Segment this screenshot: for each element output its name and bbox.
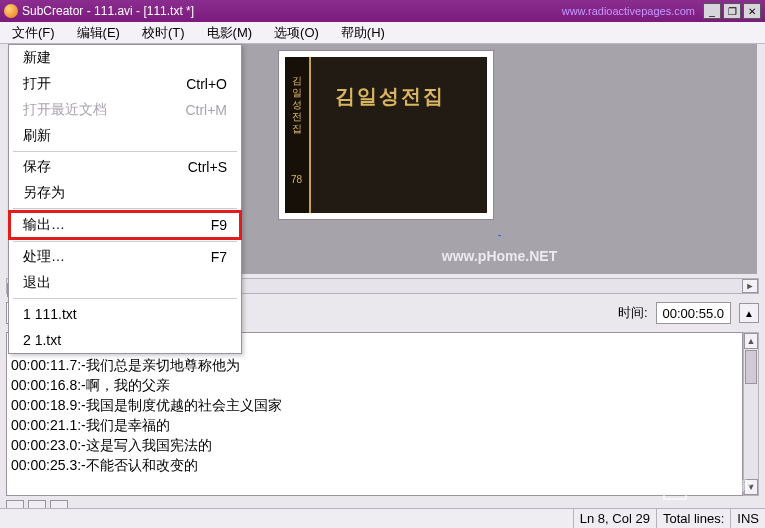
status-ins: INS <box>730 509 765 528</box>
video-content-book: 김일성전집 78 김일성전집 <box>285 57 487 213</box>
menu-timing[interactable]: 校时(T) <box>136 22 191 44</box>
menu-movie[interactable]: 电影(M) <box>201 22 259 44</box>
subtitle-vscrollbar[interactable]: ▲ ▼ <box>743 332 759 496</box>
book-spine-text: 김일성전집 <box>289 69 303 129</box>
close-button[interactable]: ✕ <box>743 3 761 19</box>
subtitle-line[interactable]: 00:00:21.1:-我们是幸福的 <box>11 415 738 435</box>
menu-file[interactable]: 文件(F) <box>6 22 61 44</box>
status-bar: Ln 8, Col 29 Total lines: INS <box>0 508 765 528</box>
video-frame: 김일성전집 78 김일성전집 <box>278 50 494 220</box>
menu-item-saveas[interactable]: 另存为 <box>9 180 241 206</box>
file-menu-dropdown: 新建 打开Ctrl+O 打开最近文档Ctrl+M 刷新 保存Ctrl+S 另存为… <box>8 44 242 354</box>
menu-item-process[interactable]: 处理…F7 <box>9 244 241 270</box>
menu-separator <box>13 151 237 152</box>
scroll-right-icon[interactable]: ► <box>742 279 758 293</box>
status-total: Total lines: <box>656 509 730 528</box>
menu-item-open[interactable]: 打开Ctrl+O <box>9 71 241 97</box>
menu-separator <box>13 298 237 299</box>
video-preview-area: 김일성전집 78 김일성전집 - www.pHome.NET <box>242 44 757 274</box>
restore-button[interactable]: ❐ <box>723 3 741 19</box>
menu-item-export[interactable]: 输出…F9 <box>8 210 242 240</box>
title-url[interactable]: www.radioactivepages.com <box>562 5 695 17</box>
time-right-readout: 00:00:55.0 <box>656 302 731 324</box>
title-bar: SubCreator - 111.avi - [111.txt *] www.r… <box>0 0 765 22</box>
menu-separator <box>13 208 237 209</box>
subtitle-line[interactable]: 00:00:25.3:-不能否认和改变的 <box>11 455 738 475</box>
time-label: 时间: <box>618 304 648 322</box>
time-up-button-2[interactable]: ▲ <box>739 303 759 323</box>
minimize-button[interactable]: _ <box>703 3 721 19</box>
menu-edit[interactable]: 编辑(E) <box>71 22 126 44</box>
menu-bar: 文件(F) 编辑(E) 校时(T) 电影(M) 选项(O) 帮助(H) <box>0 22 765 44</box>
menu-options[interactable]: 选项(O) <box>268 22 325 44</box>
window-title: SubCreator - 111.avi - [111.txt *] <box>22 4 562 18</box>
menu-item-exit[interactable]: 退出 <box>9 270 241 296</box>
menu-separator <box>13 241 237 242</box>
menu-item-mru2[interactable]: 2 1.txt <box>9 327 241 353</box>
scroll-thumb[interactable] <box>745 350 757 384</box>
scroll-down-icon[interactable]: ▼ <box>744 479 758 495</box>
window-controls: _ ❐ ✕ <box>703 3 761 19</box>
subtitle-overlay: - <box>498 228 502 242</box>
book-spine-number: 78 <box>291 174 302 185</box>
subtitle-line[interactable]: 00:00:11.7:-我们总是亲切地尊称他为 <box>11 355 738 375</box>
subtitle-line[interactable]: 00:00:18.9:-我国是制度优越的社会主义国家 <box>11 395 738 415</box>
video-watermark: www.pHome.NET <box>442 248 557 264</box>
menu-item-save[interactable]: 保存Ctrl+S <box>9 154 241 180</box>
app-icon <box>4 4 18 18</box>
subtitle-line[interactable]: 00:00:16.8:-啊，我的父亲 <box>11 375 738 395</box>
scroll-up-icon[interactable]: ▲ <box>744 333 758 349</box>
status-lncol: Ln 8, Col 29 <box>573 509 656 528</box>
book-cover-text: 김일성전집 <box>335 83 445 110</box>
subtitle-line[interactable]: 00:00:23.0:-这是写入我国宪法的 <box>11 435 738 455</box>
menu-item-refresh[interactable]: 刷新 <box>9 123 241 149</box>
menu-help[interactable]: 帮助(H) <box>335 22 391 44</box>
menu-item-new[interactable]: 新建 <box>9 45 241 71</box>
menu-item-mru1[interactable]: 1 111.txt <box>9 301 241 327</box>
menu-item-recent: 打开最近文档Ctrl+M <box>9 97 241 123</box>
subtitle-editor[interactable]: -- -- -- - 实水准 00:00:11.7:-我们总是亲切地尊称他为 0… <box>6 332 743 496</box>
